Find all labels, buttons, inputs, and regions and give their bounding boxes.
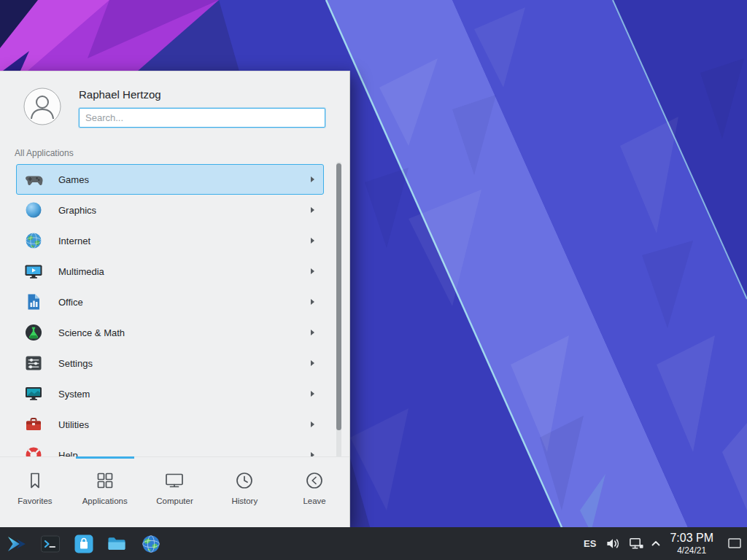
tab-favorites[interactable]: Favorites — [0, 457, 70, 527]
app-menu-button[interactable] — [6, 533, 28, 555]
tray-expander-chevron-up-icon[interactable] — [651, 539, 661, 548]
tab-label: History — [231, 497, 258, 505]
category-item-system[interactable]: System — [16, 378, 324, 409]
clock-date: 4/24/21 — [670, 545, 713, 556]
leave-icon — [303, 470, 325, 491]
submenu-arrow-icon — [311, 207, 314, 213]
history-icon — [233, 470, 255, 491]
category-item-settings[interactable]: Settings — [16, 348, 324, 378]
games-icon — [24, 170, 43, 189]
internet-icon — [24, 231, 43, 250]
app-menu-icon — [6, 533, 28, 555]
file-manager-icon — [107, 533, 128, 555]
scrollbar-thumb[interactable] — [336, 163, 341, 430]
category-item-graphics[interactable]: Graphics — [16, 195, 324, 225]
tab-label: Applications — [82, 497, 128, 505]
submenu-arrow-icon — [311, 268, 314, 274]
category-label: Multimedia — [58, 266, 104, 277]
multimedia-icon — [24, 262, 43, 281]
submenu-arrow-icon — [311, 299, 314, 305]
favorites-icon — [24, 470, 46, 491]
desktop: Raphael Hertzog All Applications Games — [0, 0, 747, 560]
tab-label: Computer — [156, 497, 193, 505]
file-manager-launcher[interactable] — [107, 533, 128, 555]
panel-launchers — [0, 533, 162, 555]
office-icon — [24, 292, 43, 311]
search-input[interactable] — [79, 108, 325, 128]
submenu-arrow-icon — [311, 238, 314, 244]
user-name: Raphael Hertzog — [79, 88, 325, 101]
system-tray: ES 7:03 — [584, 532, 747, 555]
active-tab-indicator — [76, 456, 134, 459]
tab-history[interactable]: History — [209, 457, 279, 527]
computer-icon — [163, 470, 185, 491]
category-label: Games — [58, 174, 89, 185]
scrollbar-track[interactable] — [336, 162, 341, 460]
section-label: All Applications — [15, 148, 349, 158]
tab-label: Favorites — [18, 497, 52, 505]
category-item-science-math[interactable]: Science & Math — [16, 317, 324, 348]
category-item-games[interactable]: Games — [16, 164, 324, 195]
application-launcher-menu: Raphael Hertzog All Applications Games — [0, 71, 350, 527]
category-label: System — [58, 389, 90, 400]
software-center-icon — [73, 533, 95, 555]
web-browser-launcher[interactable] — [140, 533, 162, 555]
tab-applications[interactable]: Applications — [70, 457, 140, 527]
submenu-arrow-icon — [311, 391, 314, 397]
category-label: Science & Math — [58, 327, 125, 338]
science-math-icon — [24, 323, 43, 342]
applications-icon — [94, 470, 116, 491]
category-list: Games Graphics — [16, 164, 324, 462]
clock-time: 7:03 PM — [670, 532, 713, 545]
category-item-internet[interactable]: Internet — [16, 225, 324, 256]
submenu-arrow-icon — [311, 360, 314, 366]
category-label: Utilities — [58, 419, 89, 430]
graphics-icon — [24, 201, 43, 219]
category-label: Internet — [58, 236, 90, 246]
show-desktop-icon — [727, 535, 743, 551]
tab-label: Leave — [303, 497, 325, 505]
taskbar-panel: ES 7:03 — [0, 527, 747, 560]
category-label: Graphics — [58, 205, 96, 216]
terminal-launcher[interactable] — [39, 533, 61, 555]
digital-clock[interactable]: 7:03 PM 4/24/21 — [670, 532, 713, 555]
category-label: Settings — [58, 358, 93, 369]
network-icon[interactable] — [629, 536, 644, 551]
user-avatar — [23, 88, 61, 125]
submenu-arrow-icon — [311, 330, 314, 335]
settings-icon — [24, 354, 43, 373]
launcher-header: Raphael Hertzog — [0, 71, 349, 128]
software-center-launcher[interactable] — [73, 533, 95, 555]
tab-leave[interactable]: Leave — [279, 457, 349, 527]
terminal-icon — [39, 533, 61, 555]
keyboard-layout-indicator[interactable]: ES — [584, 538, 596, 549]
tab-computer[interactable]: Computer — [140, 457, 210, 527]
web-browser-icon — [140, 533, 162, 555]
system-icon — [24, 384, 43, 403]
launcher-tab-bar: Favorites Applications — [0, 456, 349, 527]
category-item-multimedia[interactable]: Multimedia — [16, 256, 324, 287]
category-label: Office — [58, 297, 83, 308]
utilities-icon — [24, 415, 43, 434]
volume-icon[interactable] — [605, 536, 621, 551]
category-item-office[interactable]: Office — [16, 287, 324, 317]
submenu-arrow-icon — [311, 421, 314, 427]
category-item-utilities[interactable]: Utilities — [16, 409, 324, 440]
show-desktop-button[interactable] — [727, 535, 743, 551]
submenu-arrow-icon — [311, 176, 314, 182]
